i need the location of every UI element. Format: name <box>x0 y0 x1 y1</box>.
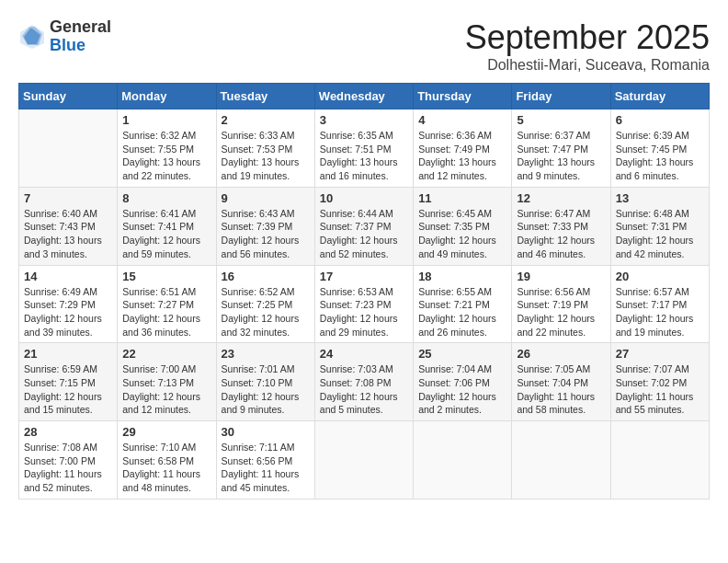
calendar-cell: 28Sunrise: 7:08 AM Sunset: 7:00 PM Dayli… <box>19 421 118 500</box>
cell-content: Sunrise: 7:03 AM Sunset: 7:08 PM Dayligh… <box>320 362 408 417</box>
calendar-week-row: 1Sunrise: 6:32 AM Sunset: 7:55 PM Daylig… <box>19 109 710 188</box>
day-number: 4 <box>418 113 506 127</box>
logo-blue: Blue <box>50 37 111 55</box>
day-number: 29 <box>122 425 210 439</box>
day-number: 1 <box>122 113 210 127</box>
calendar-cell: 7Sunrise: 6:40 AM Sunset: 7:43 PM Daylig… <box>19 187 118 265</box>
calendar-week-row: 7Sunrise: 6:40 AM Sunset: 7:43 PM Daylig… <box>19 187 710 265</box>
calendar-col-header: Tuesday <box>216 84 314 109</box>
logo-general: General <box>50 18 111 37</box>
cell-content: Sunrise: 7:10 AM Sunset: 6:58 PM Dayligh… <box>122 441 210 495</box>
calendar-cell: 18Sunrise: 6:55 AM Sunset: 7:21 PM Dayli… <box>414 265 512 343</box>
calendar-cell: 26Sunrise: 7:05 AM Sunset: 7:04 PM Dayli… <box>512 343 610 421</box>
calendar-cell: 6Sunrise: 6:39 AM Sunset: 7:45 PM Daylig… <box>610 109 709 188</box>
cell-content: Sunrise: 6:39 AM Sunset: 7:45 PM Dayligh… <box>616 129 704 183</box>
cell-content: Sunrise: 6:55 AM Sunset: 7:21 PM Dayligh… <box>418 285 506 339</box>
calendar-cell <box>19 109 118 188</box>
calendar-cell: 9Sunrise: 6:43 AM Sunset: 7:39 PM Daylig… <box>216 187 314 265</box>
calendar-cell: 8Sunrise: 6:41 AM Sunset: 7:41 PM Daylig… <box>118 187 216 265</box>
cell-content: Sunrise: 6:52 AM Sunset: 7:25 PM Dayligh… <box>222 285 310 339</box>
calendar-cell: 22Sunrise: 7:00 AM Sunset: 7:13 PM Dayli… <box>118 343 216 421</box>
calendar-week-row: 21Sunrise: 6:59 AM Sunset: 7:15 PM Dayli… <box>19 343 710 421</box>
day-number: 20 <box>616 270 704 283</box>
calendar-cell: 14Sunrise: 6:49 AM Sunset: 7:29 PM Dayli… <box>19 265 118 343</box>
cell-content: Sunrise: 7:05 AM Sunset: 7:04 PM Dayligh… <box>517 362 605 417</box>
day-number: 16 <box>222 270 310 283</box>
day-number: 9 <box>222 191 310 205</box>
calendar-cell: 4Sunrise: 6:36 AM Sunset: 7:49 PM Daylig… <box>414 109 512 188</box>
calendar-cell: 16Sunrise: 6:52 AM Sunset: 7:25 PM Dayli… <box>216 265 314 343</box>
calendar-cell: 2Sunrise: 6:33 AM Sunset: 7:53 PM Daylig… <box>216 109 314 188</box>
logo: General Blue <box>18 18 111 55</box>
day-number: 13 <box>616 191 704 205</box>
day-number: 12 <box>517 191 605 205</box>
calendar-cell: 5Sunrise: 6:37 AM Sunset: 7:47 PM Daylig… <box>512 109 610 188</box>
day-number: 27 <box>616 347 704 361</box>
day-number: 30 <box>222 425 310 439</box>
calendar-cell: 3Sunrise: 6:35 AM Sunset: 7:51 PM Daylig… <box>314 109 413 188</box>
day-number: 21 <box>24 347 112 361</box>
calendar-cell: 27Sunrise: 7:07 AM Sunset: 7:02 PM Dayli… <box>610 343 709 421</box>
calendar-header-row: SundayMondayTuesdayWednesdayThursdayFrid… <box>19 84 710 109</box>
calendar-cell: 20Sunrise: 6:57 AM Sunset: 7:17 PM Dayli… <box>610 265 709 343</box>
cell-content: Sunrise: 6:51 AM Sunset: 7:27 PM Dayligh… <box>122 285 210 339</box>
day-number: 7 <box>24 191 112 205</box>
calendar-cell: 15Sunrise: 6:51 AM Sunset: 7:27 PM Dayli… <box>118 265 216 343</box>
cell-content: Sunrise: 6:48 AM Sunset: 7:31 PM Dayligh… <box>616 207 704 261</box>
calendar-cell <box>314 421 413 500</box>
calendar-cell: 13Sunrise: 6:48 AM Sunset: 7:31 PM Dayli… <box>610 187 709 265</box>
cell-content: Sunrise: 6:43 AM Sunset: 7:39 PM Dayligh… <box>222 207 310 261</box>
cell-content: Sunrise: 6:32 AM Sunset: 7:55 PM Dayligh… <box>122 129 210 183</box>
calendar-col-header: Thursday <box>414 84 512 109</box>
title-block: September 2025 Dolhestii-Mari, Suceava, … <box>465 18 710 74</box>
day-number: 22 <box>122 347 210 361</box>
day-number: 10 <box>320 191 408 205</box>
cell-content: Sunrise: 7:04 AM Sunset: 7:06 PM Dayligh… <box>418 362 506 417</box>
day-number: 28 <box>24 425 112 439</box>
calendar-table: SundayMondayTuesdayWednesdayThursdayFrid… <box>18 83 710 500</box>
cell-content: Sunrise: 7:11 AM Sunset: 6:56 PM Dayligh… <box>222 441 310 495</box>
location: Dolhestii-Mari, Suceava, Romania <box>465 57 710 74</box>
month-title: September 2025 <box>465 18 710 57</box>
cell-content: Sunrise: 6:49 AM Sunset: 7:29 PM Dayligh… <box>24 285 112 339</box>
calendar-cell: 10Sunrise: 6:44 AM Sunset: 7:37 PM Dayli… <box>314 187 413 265</box>
logo-icon <box>18 23 46 51</box>
day-number: 18 <box>418 270 506 283</box>
calendar-col-header: Friday <box>512 84 610 109</box>
calendar-week-row: 14Sunrise: 6:49 AM Sunset: 7:29 PM Dayli… <box>19 265 710 343</box>
cell-content: Sunrise: 6:41 AM Sunset: 7:41 PM Dayligh… <box>122 207 210 261</box>
day-number: 15 <box>122 270 210 283</box>
day-number: 19 <box>517 270 605 283</box>
calendar-cell: 25Sunrise: 7:04 AM Sunset: 7:06 PM Dayli… <box>414 343 512 421</box>
calendar-cell: 29Sunrise: 7:10 AM Sunset: 6:58 PM Dayli… <box>118 421 216 500</box>
day-number: 8 <box>122 191 210 205</box>
day-number: 6 <box>616 113 704 127</box>
cell-content: Sunrise: 6:33 AM Sunset: 7:53 PM Dayligh… <box>222 129 310 183</box>
cell-content: Sunrise: 6:57 AM Sunset: 7:17 PM Dayligh… <box>616 285 704 339</box>
calendar-cell: 24Sunrise: 7:03 AM Sunset: 7:08 PM Dayli… <box>314 343 413 421</box>
day-number: 14 <box>24 270 112 283</box>
page-header: General Blue September 2025 Dolhestii-Ma… <box>18 18 710 74</box>
cell-content: Sunrise: 7:00 AM Sunset: 7:13 PM Dayligh… <box>122 362 210 417</box>
calendar-cell: 17Sunrise: 6:53 AM Sunset: 7:23 PM Dayli… <box>314 265 413 343</box>
calendar-cell: 19Sunrise: 6:56 AM Sunset: 7:19 PM Dayli… <box>512 265 610 343</box>
day-number: 25 <box>418 347 506 361</box>
calendar-cell: 12Sunrise: 6:47 AM Sunset: 7:33 PM Dayli… <box>512 187 610 265</box>
day-number: 2 <box>222 113 310 127</box>
cell-content: Sunrise: 6:40 AM Sunset: 7:43 PM Dayligh… <box>24 207 112 261</box>
calendar-week-row: 28Sunrise: 7:08 AM Sunset: 7:00 PM Dayli… <box>19 421 710 500</box>
cell-content: Sunrise: 7:07 AM Sunset: 7:02 PM Dayligh… <box>616 362 704 417</box>
cell-content: Sunrise: 6:53 AM Sunset: 7:23 PM Dayligh… <box>320 285 408 339</box>
cell-content: Sunrise: 6:59 AM Sunset: 7:15 PM Dayligh… <box>24 362 112 417</box>
calendar-col-header: Sunday <box>19 84 118 109</box>
calendar-cell: 23Sunrise: 7:01 AM Sunset: 7:10 PM Dayli… <box>216 343 314 421</box>
calendar-cell: 21Sunrise: 6:59 AM Sunset: 7:15 PM Dayli… <box>19 343 118 421</box>
day-number: 17 <box>320 270 408 283</box>
cell-content: Sunrise: 6:56 AM Sunset: 7:19 PM Dayligh… <box>517 285 605 339</box>
cell-content: Sunrise: 6:37 AM Sunset: 7:47 PM Dayligh… <box>517 129 605 183</box>
cell-content: Sunrise: 7:01 AM Sunset: 7:10 PM Dayligh… <box>222 362 310 417</box>
calendar-cell: 1Sunrise: 6:32 AM Sunset: 7:55 PM Daylig… <box>118 109 216 188</box>
calendar-cell <box>610 421 709 500</box>
calendar-cell <box>414 421 512 500</box>
cell-content: Sunrise: 6:45 AM Sunset: 7:35 PM Dayligh… <box>418 207 506 261</box>
